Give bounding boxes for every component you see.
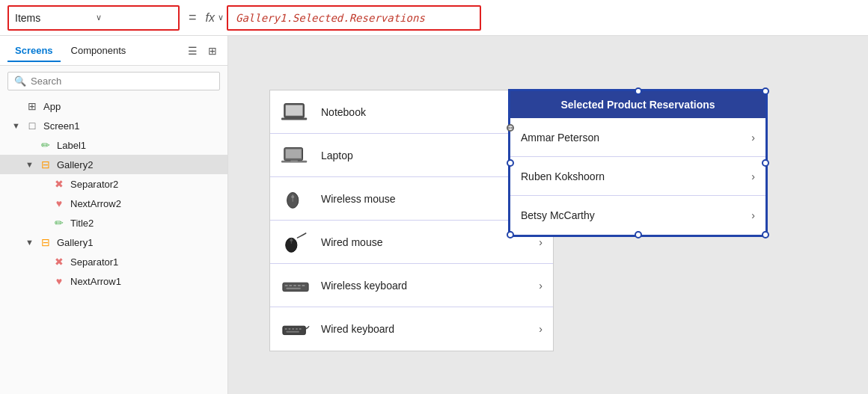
gallery-item-wireless-keyboard[interactable]: Wireless keyboard › [270, 264, 553, 307]
tree-item-label: Gallery1 [57, 237, 93, 248]
svg-point-9 [291, 195, 294, 198]
product-name-laptop: Laptop [321, 150, 528, 161]
handle-top-right[interactable] [762, 87, 769, 95]
selected-panel-title: Selected Product Reservations [560, 99, 715, 111]
chevron-right-wired-mouse: › [539, 236, 542, 248]
product-name-wired-keyboard: Wired keyboard [321, 323, 528, 335]
tree-item-title2[interactable]: ✏ Title2 [0, 213, 227, 233]
handle-bottom-right[interactable] [762, 231, 769, 238]
canvas-area[interactable]: Notebook › Laptop › Wireless mouse › [228, 36, 868, 394]
svg-rect-22 [289, 328, 291, 330]
tree-icon-gallery: ⊟ [39, 158, 52, 170]
reservation-item[interactable]: Ammar Peterson › [510, 118, 765, 157]
tree-item-separator1[interactable]: ✖ Separator1 [0, 252, 227, 271]
gallery-item-wired-keyboard[interactable]: Wired keyboard › [270, 307, 553, 351]
tree-arrow: ▼ [25, 238, 34, 247]
svg-point-12 [290, 238, 293, 241]
svg-rect-20 [283, 326, 305, 334]
tree-item-gallery2[interactable]: ▼ ⊟ Gallery2 [0, 155, 227, 174]
tree-icon-nextarrow: ♥ [52, 197, 66, 209]
selected-panel: ✏ Selected Product Reservations Ammar Pe… [509, 90, 767, 236]
tab-icons: ☰ ⊞ [185, 43, 220, 58]
tree-item-label: Screen1 [43, 120, 79, 132]
tree-item-nextarrow1[interactable]: ♥ NextArrow1 [0, 271, 227, 291]
svg-rect-13 [283, 283, 308, 291]
reservation-item[interactable]: Ruben Kokshoorn › [510, 157, 765, 196]
tree-item-label1[interactable]: ✏ Label1 [0, 135, 227, 155]
tree-icon-nextarrow: ♥ [52, 275, 66, 287]
svg-rect-19 [287, 287, 301, 289]
svg-rect-4 [286, 149, 302, 158]
handle-bottom[interactable] [635, 231, 642, 238]
dropdown-chevron: ∨ [96, 13, 172, 22]
fx-icon: fx [206, 11, 215, 25]
list-view-icon[interactable]: ☰ [185, 43, 201, 58]
svg-rect-26 [287, 331, 299, 333]
handle-bottom-left[interactable] [507, 231, 514, 238]
items-label: Items [15, 12, 91, 24]
search-icon: 🔍 [14, 76, 26, 87]
top-bar: Items ∨ = fx ∨ Gallery1.Selected.Reserva… [0, 0, 868, 36]
svg-rect-25 [299, 328, 302, 330]
tree-item-app[interactable]: ⊞ App [0, 96, 227, 116]
product-name-notebook: Notebook [321, 106, 528, 118]
tree-item-label: App [43, 101, 61, 112]
svg-rect-16 [293, 285, 296, 286]
fx-area: fx ∨ Gallery1.Selected.Reservations [206, 5, 861, 31]
tree-item-separator2[interactable]: ✖ Separator2 [0, 174, 227, 194]
reservations-list: Ammar Peterson › Ruben Kokshoorn › Betsy… [510, 118, 765, 235]
reservation-item[interactable]: Betsy McCarthy › [510, 196, 765, 235]
tree-item-nextarrow2[interactable]: ♥ NextArrow2 [0, 194, 227, 213]
reservation-name: Ruben Kokshoorn [521, 170, 744, 182]
handle-edit[interactable]: ✏ [507, 124, 514, 132]
main-layout: Screens Components ☰ ⊞ 🔍 ⊞ App ▼ □ Scree… [0, 36, 868, 394]
tree-item-gallery1[interactable]: ▼ ⊟ Gallery1 [0, 233, 227, 252]
tree-icon-separator: ✖ [52, 256, 66, 268]
product-icon-wireless-mouse [281, 185, 311, 212]
product-name-wired-mouse: Wired mouse [321, 236, 528, 248]
product-icon-laptop [281, 142, 311, 169]
tree-item-screen1[interactable]: ▼ □ Screen1 [0, 116, 227, 135]
tab-screens[interactable]: Screens [7, 40, 61, 62]
product-icon-wired-mouse [281, 229, 311, 256]
tree-item-label: Separator1 [70, 256, 118, 268]
product-icon-wired-keyboard [281, 315, 311, 342]
svg-rect-17 [298, 285, 301, 286]
formula-text: Gallery1.Selected.Reservations [236, 12, 425, 24]
panel-tabs: Screens Components ☰ ⊞ [0, 36, 227, 66]
tree-item-label: NextArrow2 [70, 198, 121, 209]
search-box[interactable]: 🔍 [7, 72, 220, 90]
handle-top[interactable] [635, 87, 642, 95]
grid-view-icon[interactable]: ⊞ [205, 43, 220, 58]
tree-item-label: Separator2 [70, 179, 118, 190]
handle-left[interactable] [507, 159, 514, 167]
tree-arrow: ▼ [12, 121, 21, 130]
equals-sign: = [186, 10, 200, 25]
svg-rect-2 [281, 117, 307, 120]
svg-rect-14 [285, 285, 288, 286]
chevron-right-wired-keyboard: › [539, 323, 542, 335]
tab-components[interactable]: Components [64, 40, 134, 62]
formula-box[interactable]: Gallery1.Selected.Reservations [227, 5, 481, 31]
left-panel: Screens Components ☰ ⊞ 🔍 ⊞ App ▼ □ Scree… [0, 36, 228, 394]
reservation-name: Ammar Peterson [521, 132, 744, 144]
svg-rect-21 [285, 328, 287, 330]
svg-rect-23 [292, 328, 294, 330]
tree-arrow: ▼ [25, 160, 34, 169]
items-dropdown[interactable]: Items ∨ [7, 5, 180, 31]
product-icon-notebook [281, 99, 311, 126]
reservation-chevron: › [751, 132, 755, 144]
handle-right[interactable] [762, 159, 769, 167]
tree-item-label: Title2 [70, 218, 94, 229]
selected-panel-header: Selected Product Reservations [510, 91, 765, 118]
product-icon-wireless-keyboard [281, 272, 311, 299]
search-input[interactable] [31, 76, 213, 87]
svg-rect-24 [296, 328, 298, 330]
tree-item-label: Label1 [57, 140, 86, 151]
reservation-name: Betsy McCarthy [521, 209, 744, 221]
product-name-wireless-keyboard: Wireless keyboard [321, 280, 528, 292]
product-name-wireless-mouse: Wireless mouse [321, 193, 528, 205]
tree-icon-gallery: ⊟ [39, 236, 52, 248]
fx-chevron: ∨ [218, 13, 224, 22]
tree-item-label: Gallery2 [57, 159, 93, 170]
